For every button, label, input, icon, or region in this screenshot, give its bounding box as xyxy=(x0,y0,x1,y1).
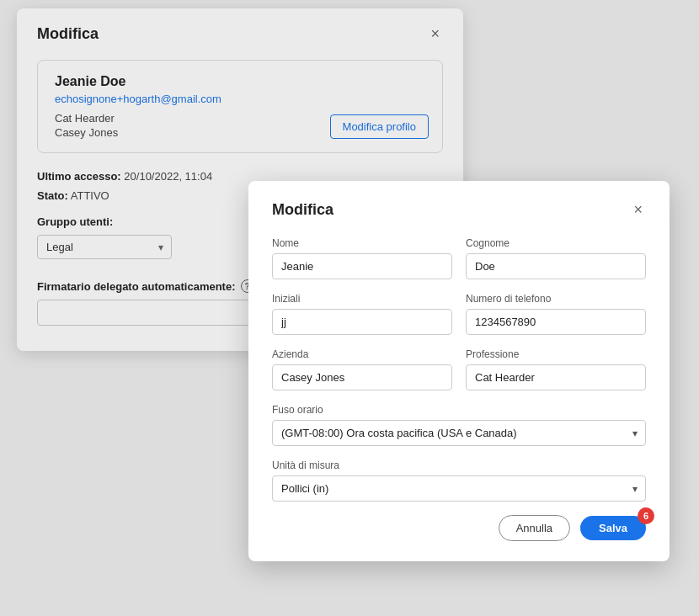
fg-modal-close-button[interactable]: × xyxy=(630,201,646,219)
professione-label: Professione xyxy=(466,348,646,360)
fuso-select-wrapper[interactable]: (GMT-08:00) Ora costa pacifica (USA e Ca… xyxy=(272,420,646,446)
fuso-group: Fuso orario (GMT-08:00) Ora costa pacifi… xyxy=(272,404,646,446)
iniziali-input[interactable] xyxy=(272,309,452,335)
unita-select[interactable]: Pollici (in) Centimetri (cm) Millimetri … xyxy=(272,475,646,502)
cognome-label: Cognome xyxy=(466,237,646,249)
telefono-input[interactable] xyxy=(466,309,646,335)
form-actions: Annulla Salva 6 xyxy=(272,515,646,541)
fuso-label: Fuso orario xyxy=(272,404,646,416)
professione-group: Professione xyxy=(466,348,646,390)
telefono-group: Numero di telefono xyxy=(466,293,646,335)
iniziali-group: Iniziali xyxy=(272,293,452,335)
azienda-group: Azienda xyxy=(272,348,452,390)
annulla-button[interactable]: Annulla xyxy=(499,515,570,541)
nome-label: Nome xyxy=(272,237,452,249)
badge-6: 6 xyxy=(638,507,654,524)
nome-cognome-row: Nome Cognome xyxy=(272,237,646,279)
fg-modal-header: Modifica × xyxy=(272,201,646,219)
azienda-professione-row: Azienda Professione xyxy=(272,348,646,390)
azienda-input[interactable] xyxy=(272,364,452,390)
nome-input[interactable] xyxy=(272,253,452,279)
fuso-select[interactable]: (GMT-08:00) Ora costa pacifica (USA e Ca… xyxy=(272,420,646,446)
foreground-modal: Modifica × Nome Cognome Iniziali Numero … xyxy=(248,181,670,561)
cognome-group: Cognome xyxy=(466,237,646,279)
unita-label: Unità di misura xyxy=(272,459,646,471)
salva-label: Salva xyxy=(599,522,627,534)
azienda-label: Azienda xyxy=(272,348,452,360)
telefono-label: Numero di telefono xyxy=(466,293,646,305)
iniziali-telefono-row: Iniziali Numero di telefono xyxy=(272,293,646,335)
unita-select-wrapper[interactable]: Pollici (in) Centimetri (cm) Millimetri … xyxy=(272,475,646,502)
cognome-input[interactable] xyxy=(466,253,646,279)
unita-group: Unità di misura Pollici (in) Centimetri … xyxy=(272,459,646,502)
salva-button[interactable]: Salva 6 xyxy=(580,516,646,540)
iniziali-label: Iniziali xyxy=(272,293,452,305)
professione-input[interactable] xyxy=(466,364,646,390)
fg-modal-title: Modifica xyxy=(272,201,333,219)
nome-group: Nome xyxy=(272,237,452,279)
